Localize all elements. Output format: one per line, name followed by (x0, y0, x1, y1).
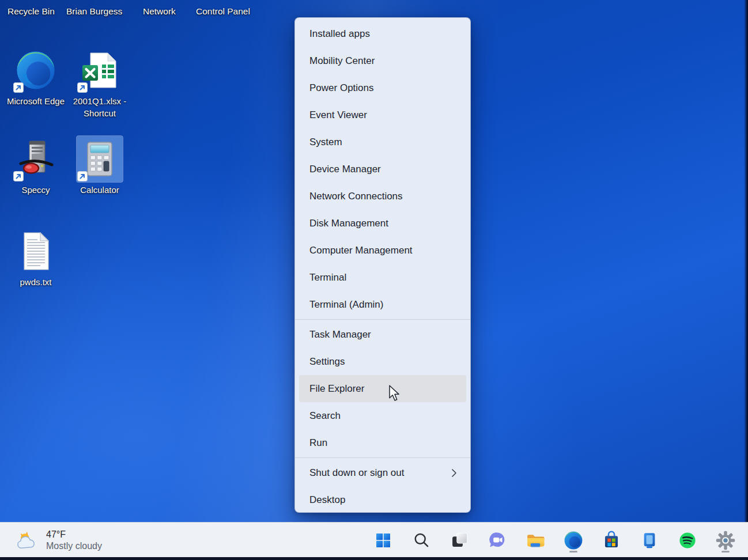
taskbar-edge-button[interactable] (561, 528, 586, 553)
menu-item-label: Settings (309, 356, 466, 368)
menu-separator (295, 457, 470, 458)
text-file-iconbox (13, 228, 59, 274)
mouse-cursor (387, 385, 402, 402)
task-view-icon (449, 531, 469, 550)
menu-item-label: Task Manager (309, 329, 466, 340)
menu-item-label: Event Viewer (309, 109, 466, 121)
menu-item-installed-apps[interactable]: Installed apps (299, 20, 466, 47)
desktop-icon-label: Microsoft Edge (7, 95, 65, 107)
chevron-right-icon (451, 468, 457, 478)
desktop-icon-calculator[interactable]: Calculator (70, 136, 130, 196)
menu-item-label: Installed apps (309, 28, 466, 40)
partly-cloudy-icon (15, 530, 39, 551)
windows-logo-icon (374, 531, 392, 550)
menu-item-label: Device Manager (309, 164, 466, 175)
shortcut-arrow-icon (13, 171, 24, 181)
phone-link-icon (640, 531, 659, 550)
excel-iconbox (77, 47, 123, 93)
menu-item-power-options[interactable]: Power Options (299, 74, 466, 101)
menu-item-task-manager[interactable]: Task Manager (299, 321, 466, 348)
taskbar-phone-link-button[interactable] (637, 528, 662, 553)
taskbar: 47°F Mostly cloudy (0, 522, 748, 557)
taskbar-icons (371, 523, 738, 558)
folder-icon (525, 531, 546, 550)
menu-item-shut-down-or-sign-out[interactable]: Shut down or sign out (299, 459, 466, 486)
menu-item-mobility-center[interactable]: Mobility Center (299, 47, 466, 74)
menu-item-disk-management[interactable]: Disk Management (299, 210, 466, 237)
menu-item-terminal[interactable]: Terminal (299, 264, 466, 291)
menu-item-file-explorer[interactable]: File Explorer (299, 375, 466, 402)
menu-item-label: Search (309, 410, 466, 422)
taskbar-weather-widget[interactable]: 47°F Mostly cloudy (9, 523, 108, 558)
menu-item-run[interactable]: Run (299, 429, 466, 456)
menu-separator (295, 319, 470, 320)
taskbar-search-button[interactable] (409, 528, 434, 553)
store-bag-icon (602, 531, 621, 550)
desktop-icon-recycle-bin[interactable]: Recycle Bin (7, 6, 55, 17)
desktop-icon-user-folder[interactable]: Brian Burgess (66, 6, 122, 17)
menu-item-label: Mobility Center (309, 55, 466, 67)
desktop-icon-label: 2001Q1.xlsx - Shortcut (70, 95, 130, 119)
edge-browser-icon (564, 531, 583, 550)
weather-text: 47°F Mostly cloudy (46, 529, 102, 552)
screen-bottom-edge (0, 557, 748, 560)
shortcut-arrow-icon (13, 82, 24, 93)
desktop-icon-label: Speccy (21, 184, 50, 196)
menu-item-label: Network Connections (309, 191, 466, 202)
desktop-icon-speccy[interactable]: Speccy (6, 136, 66, 196)
menu-item-label: Run (309, 437, 466, 449)
menu-item-computer-management[interactable]: Computer Management (299, 237, 466, 264)
menu-item-device-manager[interactable]: Device Manager (299, 156, 466, 183)
taskbar-file-explorer-button[interactable] (523, 528, 548, 553)
menu-item-label: Disk Management (309, 218, 466, 229)
menu-item-label: System (309, 137, 466, 148)
menu-item-system[interactable]: System (299, 128, 466, 156)
gear-icon (715, 530, 736, 551)
running-indicator (569, 551, 577, 553)
desktop-icon-control-panel[interactable]: Control Panel (196, 6, 250, 17)
taskbar-task-view-button[interactable] (447, 528, 472, 553)
text-document-icon (15, 230, 56, 272)
spotify-icon (678, 531, 697, 550)
shortcut-arrow-icon (77, 82, 88, 93)
desktop-screen: Recycle Bin Brian Burgess Network Contro… (0, 0, 748, 560)
desktop-icon-pwds-txt[interactable]: pwds.txt (6, 228, 66, 288)
calculator-iconbox (77, 136, 123, 182)
menu-item-event-viewer[interactable]: Event Viewer (299, 101, 466, 128)
taskbar-start-button[interactable] (371, 528, 396, 553)
taskbar-settings-button[interactable] (713, 528, 738, 553)
desktop-icon-label: pwds.txt (20, 276, 51, 288)
taskbar-chat-button[interactable] (485, 528, 510, 553)
menu-item-label: Power Options (309, 82, 466, 94)
menu-item-label: Computer Management (309, 245, 466, 256)
edge-iconbox (13, 47, 59, 93)
menu-item-label: Terminal (Admin) (309, 299, 466, 311)
shortcut-arrow-icon (77, 171, 88, 181)
menu-item-desktop[interactable]: Desktop (299, 486, 466, 513)
menu-item-label: Desktop (309, 494, 466, 506)
taskbar-store-button[interactable] (599, 528, 624, 553)
menu-item-label: Shut down or sign out (309, 467, 451, 479)
speccy-iconbox (13, 136, 59, 182)
desktop-icon-excel-shortcut[interactable]: 2001Q1.xlsx - Shortcut (70, 47, 130, 119)
taskbar-spotify-button[interactable] (675, 528, 700, 553)
magnifier-icon (412, 531, 430, 550)
menu-item-search[interactable]: Search (299, 402, 466, 429)
chat-bubble-camera-icon (488, 531, 507, 550)
winx-menu: Installed apps Mobility Center Power Opt… (294, 17, 471, 513)
menu-item-settings[interactable]: Settings (299, 348, 466, 375)
weather-condition: Mostly cloudy (46, 540, 102, 552)
weather-temperature: 47°F (46, 529, 102, 540)
menu-item-terminal-admin[interactable]: Terminal (Admin) (299, 291, 466, 318)
menu-item-network-connections[interactable]: Network Connections (299, 183, 466, 210)
desktop-icon-network[interactable]: Network (143, 6, 176, 17)
desktop-icon-microsoft-edge[interactable]: Microsoft Edge (6, 47, 66, 107)
menu-item-label: Terminal (309, 272, 466, 283)
running-indicator (721, 551, 730, 553)
desktop-icon-label: Calculator (80, 184, 119, 196)
